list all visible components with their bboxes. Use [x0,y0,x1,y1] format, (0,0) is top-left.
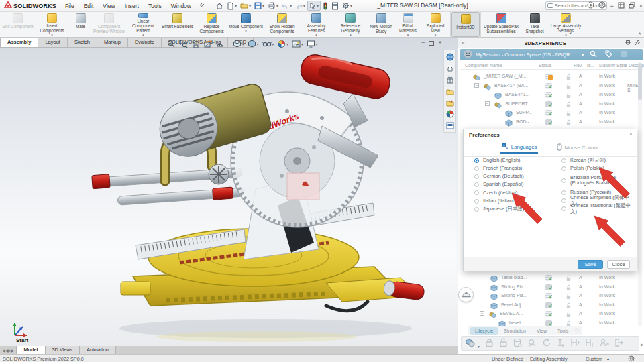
explore-action-icon[interactable] [527,338,537,349]
sync-action-icon[interactable] [542,338,551,349]
toolbar-scroll-right-icon[interactable]: ▶ [641,342,644,347]
tab-markup[interactable]: Markup [97,38,128,48]
radio-icon[interactable] [474,207,479,212]
units-selector[interactable]: Custom [586,356,602,362]
tree-row[interactable]: − BASE<1> (BA... ✓ A In Work MITER S [460,82,643,91]
section-view-icon[interactable] [203,39,213,49]
radio-icon[interactable] [561,190,566,195]
doc-minimize-button[interactable]: − [421,39,425,46]
rebuild-button[interactable] [321,1,329,11]
save-to-3dexperience-icon[interactable]: ▾ [466,338,480,349]
tab-simulation[interactable]: Simulation [499,327,531,335]
close-button[interactable]: Close [607,260,630,269]
take-snapshot-button[interactable]: Take Snapshot [521,12,549,37]
tree-row[interactable]: Table-blad... ✓ A In Work [460,274,643,283]
menu-tools[interactable]: Tools [144,3,166,9]
display-style-icon[interactable]: ▾ [247,39,260,49]
lock-action-icon[interactable] [485,338,494,349]
unlock-action-icon[interactable] [499,338,508,349]
expand-toggle-icon[interactable]: − [474,83,479,88]
tree-row[interactable]: − _MITER SAW (_MI... A In Work [460,72,643,82]
appearances-wheel-icon[interactable] [445,109,455,119]
database-action-icon[interactable] [513,338,522,349]
edit-component-button[interactable]: Edit Component [1,12,35,37]
view-orientation-icon[interactable]: ▾ [232,39,245,49]
select-button[interactable]: ▾ [307,1,321,11]
update-speedpak-button[interactable]: Update SpeedPak Subassemblies [482,12,521,37]
home-taskpane-icon[interactable] [445,64,455,73]
sw-help-gear-icon[interactable] [587,1,594,11]
radio-icon[interactable] [474,174,479,179]
tab-3d-views[interactable]: 3D Views [46,346,80,354]
open-button[interactable]: ▾ [239,1,252,10]
resources-gift-icon[interactable] [445,75,455,84]
language-option[interactable]: German (Deutsch) [474,172,553,180]
col-is[interactable]: Is... [587,63,594,68]
expand-toggle-icon[interactable]: − [464,74,468,78]
panel-menu-icon[interactable] [621,51,627,58]
add-component-action-icon[interactable] [585,338,594,349]
language-option[interactable]: Chinese Traditional (繁體中文) [561,205,635,213]
tab-evaluate[interactable]: Evaluate [127,38,162,48]
float-window-button[interactable] [629,2,635,11]
mate-button[interactable]: Mate [69,12,92,37]
units-dropdown-icon[interactable]: ▴ [607,356,609,361]
smart-fasteners-button[interactable]: Smart Fasteners [160,12,195,37]
share-user-action-icon[interactable] [600,338,609,349]
reference-geometry-button[interactable]: Reference Geometry▾ [333,12,368,37]
menu-file[interactable]: File [60,3,79,9]
insert-components-button[interactable]: Insert Components▾ [35,12,69,37]
menu-insert[interactable]: Insert [120,3,144,9]
favorites-heart-icon[interactable]: ♡ [574,328,580,335]
radio-icon[interactable] [474,166,479,171]
instant3d-button[interactable]: Instant3D [451,12,480,37]
tab-view[interactable]: View [532,327,551,335]
custom-properties-list-icon[interactable] [445,121,455,130]
col-rev[interactable]: Rev [574,63,582,68]
tab-animation[interactable]: Animation [80,346,115,354]
status-globe-icon[interactable] [628,355,635,362]
radio-icon[interactable] [561,198,566,203]
language-option[interactable]: Spanish (Español) [474,181,553,189]
redo-button[interactable]: ▾ [294,2,307,10]
tab-scroll-buttons[interactable]: ◀◀▶▶ [0,346,17,354]
tree-row[interactable]: Sliding Pla... ✓ A In Work [460,283,643,292]
radio-selected-icon[interactable] [474,158,479,163]
dialog-close-icon[interactable]: × [629,131,633,137]
tree-row[interactable]: SUPP... ✓ A In Work [460,109,643,118]
assistant-helmet-badge[interactable] [458,287,474,302]
tab-assembly[interactable]: Assembly [0,38,38,48]
close-window-button[interactable]: × [639,2,643,11]
language-option[interactable]: Korean (한국어) [561,156,635,164]
expand-toggle-icon[interactable]: − [485,101,490,106]
radio-icon[interactable] [474,190,479,195]
radio-icon[interactable] [561,158,566,163]
exit-action-icon[interactable] [614,338,624,349]
tab-languages[interactable]: 文A Languages [500,141,539,154]
3dexperience-globe-icon[interactable] [445,52,455,62]
panel-search-icon[interactable] [590,50,597,59]
previous-view-icon[interactable] [191,39,201,49]
menu-view[interactable]: View [98,3,119,9]
large-assembly-settings-button[interactable]: Large Assembly Settings▾ [549,12,583,37]
save-button[interactable]: ▾ [253,1,266,10]
radio-icon[interactable] [561,206,566,211]
zoom-area-icon[interactable] [178,39,189,49]
tree-row[interactable]: Sliding Pla... ✓ A In Work [460,292,643,301]
panel-gear-icon[interactable] [623,39,633,47]
tab-sketch[interactable]: Sketch [67,38,97,48]
replace-component-action-icon[interactable] [570,338,580,349]
graphics-area[interactable]: SolidWorks Start [0,38,458,354]
panel-scrollbar[interactable] [638,62,642,326]
panel-scrollbar-thumb[interactable] [638,63,642,100]
bill-of-materials-button[interactable]: Bill of Materials▾ [394,12,421,37]
col-component-name[interactable]: Component Name [465,63,502,68]
language-option[interactable]: English (English) [474,156,553,164]
help-icon[interactable]: ? [598,1,606,11]
panel-pin-icon[interactable] [633,40,644,47]
new-document-button[interactable]: ▾ [225,1,238,11]
pin-menu-icon[interactable] [199,2,205,9]
assembly-features-button[interactable]: Assembly Features▾ [299,12,333,37]
col-status[interactable]: Status [539,63,551,68]
exploded-view-button[interactable]: Exploded View▾ [421,12,449,37]
